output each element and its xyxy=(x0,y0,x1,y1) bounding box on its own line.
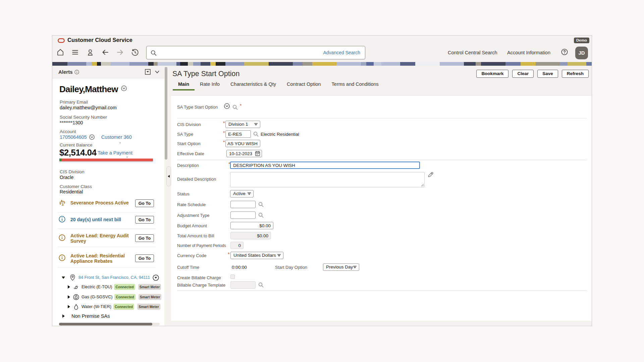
go-to-button[interactable]: Go To xyxy=(135,234,154,242)
gas-service-icon xyxy=(73,294,79,300)
current-balance-label: Current Balance xyxy=(60,142,93,147)
non-premise-sas-row[interactable]: Non Premise SAs xyxy=(62,313,110,319)
account-expand-icon[interactable] xyxy=(89,134,95,140)
info-circle-icon xyxy=(59,254,65,261)
divider xyxy=(58,267,156,268)
tab-main[interactable]: Main xyxy=(173,80,195,90)
field-label: Budget Amount xyxy=(177,223,207,228)
search-icon[interactable] xyxy=(253,131,259,137)
search-icon[interactable] xyxy=(258,202,264,207)
field-label: Start Day Option xyxy=(275,265,307,270)
body-area: Alerts Dailey,Matthew Primary Email dail… xyxy=(52,66,592,326)
sidebar-collapse-handle[interactable] xyxy=(166,166,171,186)
premise-menu-icon[interactable] xyxy=(153,275,159,281)
banner-image xyxy=(52,62,592,66)
bookmark-button[interactable]: Bookmark xyxy=(476,70,508,78)
field-label: Description xyxy=(177,163,199,168)
tree-expanded-icon[interactable] xyxy=(62,277,65,279)
edit-pencil-icon[interactable] xyxy=(428,172,433,178)
tab-characteristics-qty[interactable]: Characteristics & Qty xyxy=(225,80,281,90)
expand-circle-icon[interactable] xyxy=(224,103,230,109)
field-label: Currency Code xyxy=(177,253,206,258)
forward-icon[interactable] xyxy=(116,49,124,56)
field-label: Effective Date xyxy=(177,151,204,156)
cis-division-select[interactable]: Division 1 xyxy=(225,121,260,128)
description-input[interactable] xyxy=(230,162,420,169)
cis-division-value: Oracle xyxy=(60,175,73,180)
chevron-down-icon[interactable] xyxy=(155,69,160,74)
sa-type-row: SA Type * Electric Residential xyxy=(177,130,588,138)
go-to-button[interactable]: Go To xyxy=(135,254,154,262)
smart-meter-badge[interactable]: Smart Meter xyxy=(139,294,162,300)
divider xyxy=(58,247,156,247)
tree-collapsed-icon[interactable] xyxy=(68,305,70,308)
tab-contract-option[interactable]: Contract Option xyxy=(281,80,326,90)
go-to-button[interactable]: Go To xyxy=(135,216,154,224)
control-central-search-link[interactable]: Control Central Search xyxy=(448,50,497,55)
billable-charge-template-input xyxy=(230,281,256,289)
global-search-input[interactable]: Advanced Search xyxy=(146,46,365,59)
resize-grip-icon[interactable] xyxy=(421,184,424,187)
demo-badge: Demo xyxy=(574,38,589,43)
field-label: Create Billable Charge xyxy=(177,275,221,280)
cis-division-label: CIS Division xyxy=(60,169,85,174)
menu-icon[interactable] xyxy=(71,49,79,56)
total-amount-input xyxy=(230,232,271,239)
customer-expand-icon[interactable] xyxy=(121,85,127,91)
alert-text: Severance Process Active xyxy=(70,200,131,205)
customer-class-label: Customer Class xyxy=(60,184,92,189)
required-asterisk: * xyxy=(223,120,225,126)
customer-360-link[interactable]: Customer 360 xyxy=(101,134,132,140)
tab-terms-conditions[interactable]: Terms and Conditions xyxy=(326,80,384,90)
alert-filter-icon[interactable] xyxy=(145,69,151,75)
home-icon[interactable] xyxy=(57,49,64,56)
field-label: Number of Payment Periods xyxy=(177,243,226,248)
back-icon[interactable] xyxy=(102,49,109,56)
user-avatar[interactable]: JD xyxy=(575,47,588,59)
history-icon[interactable] xyxy=(131,49,139,56)
tree-collapsed-icon[interactable] xyxy=(68,295,70,299)
tab-rate-info[interactable]: Rate Info xyxy=(195,80,225,90)
account-number-link[interactable]: 1705064605 xyxy=(60,134,87,140)
primary-email-value: dailey.matthew@ymail.com xyxy=(60,105,117,110)
clear-button[interactable]: Clear xyxy=(512,70,534,78)
current-balance-value: $2,514.04 xyxy=(59,147,96,158)
currency-code-row: Currency Code * United States Dollars xyxy=(177,252,588,259)
budget-amount-input[interactable] xyxy=(230,222,273,229)
service-name: Water (W-TIER) xyxy=(82,304,111,309)
tree-collapsed-icon[interactable] xyxy=(68,285,70,289)
save-button[interactable]: Save xyxy=(537,70,558,78)
search-icon[interactable] xyxy=(258,213,264,218)
calendar-icon[interactable] xyxy=(255,151,260,156)
sidebar-vertical-scrollbar[interactable] xyxy=(165,67,167,160)
sidebar-horizontal-scrollbar[interactable] xyxy=(59,323,160,325)
adjustment-type-input[interactable] xyxy=(230,212,256,219)
start-day-option-select[interactable]: Previous Day xyxy=(323,263,359,271)
advanced-search-link[interactable]: Advanced Search xyxy=(323,50,360,55)
horizontal-scrollbar-thumb[interactable] xyxy=(59,323,152,325)
premise-address-link[interactable]: 84 Front St, San Francisco, CA, 94111 xyxy=(78,275,150,280)
refresh-button[interactable]: Refresh xyxy=(562,70,589,78)
smart-meter-badge[interactable]: Smart Meter xyxy=(137,304,160,310)
currency-code-select[interactable]: United States Dollars xyxy=(230,252,283,259)
account-information-link[interactable]: Account Information xyxy=(507,50,550,55)
field-label: Detailed Description xyxy=(177,177,216,182)
rate-schedule-input[interactable] xyxy=(230,201,256,208)
sa-type-input[interactable] xyxy=(225,130,251,138)
status-select[interactable]: Active xyxy=(230,190,254,197)
search-icon[interactable] xyxy=(258,282,264,288)
contact-icon[interactable] xyxy=(87,49,94,56)
info-icon[interactable] xyxy=(74,70,79,74)
search-icon[interactable] xyxy=(232,105,238,110)
start-option-row: Start Option * xyxy=(177,140,588,147)
detailed-description-textarea[interactable] xyxy=(230,172,425,187)
go-to-button[interactable]: Go To xyxy=(135,199,154,207)
create-billable-charge-checkbox xyxy=(230,275,235,279)
balance-carousel-arrow-icon: › xyxy=(119,140,121,144)
balance-progress-bar xyxy=(59,159,153,161)
field-label: Start Option xyxy=(177,141,200,146)
divider xyxy=(177,160,587,160)
help-icon[interactable] xyxy=(561,49,568,55)
smart-meter-badge[interactable]: Smart Meter xyxy=(138,284,161,290)
start-option-input[interactable] xyxy=(225,140,260,147)
